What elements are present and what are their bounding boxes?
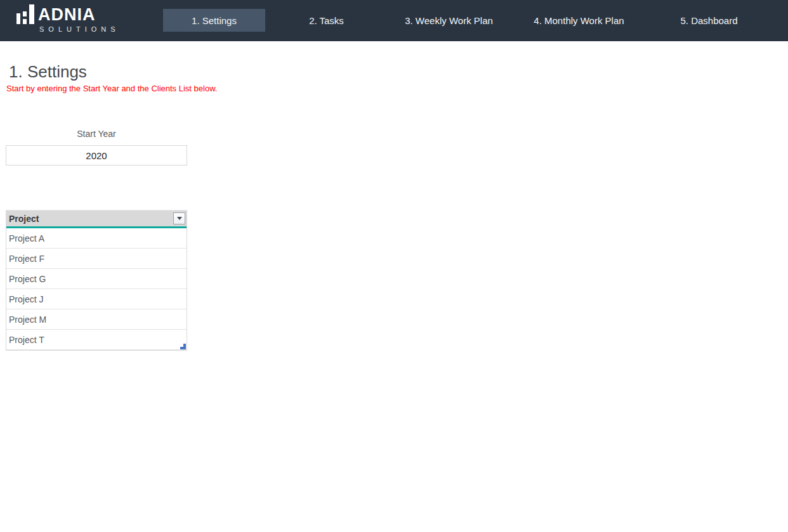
start-year-label: Start Year bbox=[6, 129, 187, 139]
brand-subtitle: SOLUTIONS bbox=[39, 25, 120, 33]
tab-dashboard[interactable]: 5. Dashboard bbox=[658, 9, 760, 32]
top-navbar: ADNIA SOLUTIONS 1. Settings 2. Tasks 3. … bbox=[0, 0, 788, 41]
table-row[interactable]: Project M bbox=[6, 309, 187, 330]
table-row[interactable]: Project J bbox=[6, 289, 187, 309]
tab-monthly-work-plan[interactable]: 4. Monthly Work Plan bbox=[528, 9, 630, 32]
project-column-header: Project bbox=[6, 211, 187, 228]
brand-logo: ADNIA SOLUTIONS bbox=[16, 4, 120, 33]
table-row[interactable]: Project A bbox=[6, 228, 187, 249]
page-title: 1. Settings bbox=[9, 61, 87, 82]
tab-weekly-work-plan[interactable]: 3. Weekly Work Plan bbox=[398, 9, 500, 32]
filter-dropdown-button[interactable] bbox=[173, 212, 185, 224]
chevron-down-icon bbox=[177, 217, 182, 220]
tab-tasks[interactable]: 2. Tasks bbox=[275, 9, 378, 32]
table-resize-handle[interactable] bbox=[180, 344, 186, 349]
instruction-text: Start by entering the Start Year and the… bbox=[6, 84, 217, 93]
table-row[interactable]: Project T bbox=[6, 330, 187, 350]
tab-settings[interactable]: 1. Settings bbox=[163, 9, 265, 32]
brand-name: ADNIA bbox=[38, 5, 96, 24]
bar-chart-icon bbox=[16, 4, 34, 24]
table-row[interactable]: Project G bbox=[6, 269, 187, 289]
nav-tabs: 1. Settings 2. Tasks 3. Weekly Work Plan… bbox=[163, 9, 760, 32]
projects-table: Project Project A Project F Project G Pr… bbox=[6, 210, 187, 351]
table-row[interactable]: Project F bbox=[6, 249, 187, 269]
start-year-input[interactable]: 2020 bbox=[6, 145, 187, 165]
project-header-label: Project bbox=[9, 214, 39, 224]
